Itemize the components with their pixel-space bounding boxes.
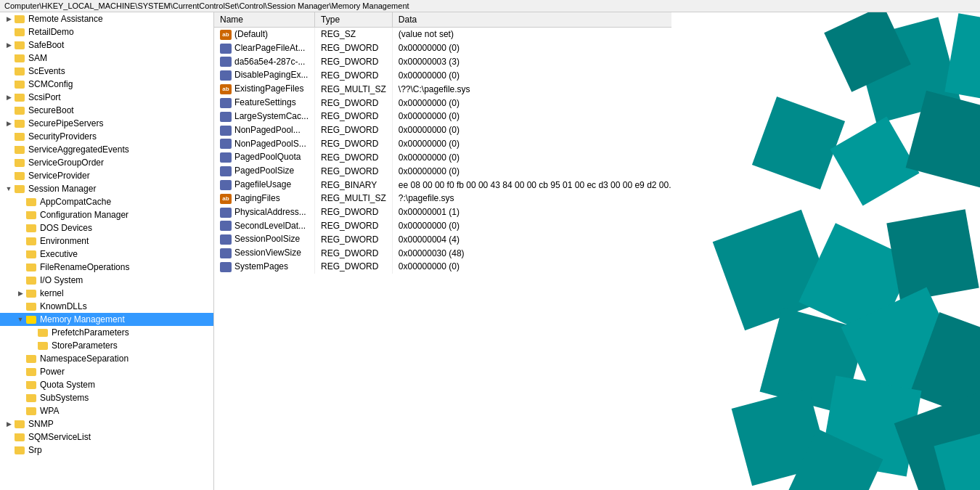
expand-btn[interactable]: ▶ — [15, 287, 26, 299]
expand-btn[interactable] — [15, 301, 26, 312]
tree-item-storeparameters[interactable]: StoreParameters — [0, 339, 213, 352]
expand-btn[interactable] — [3, 52, 15, 64]
tree-item-scsiport[interactable]: ▶ScsiPort — [0, 91, 213, 104]
expand-btn[interactable] — [15, 248, 26, 260]
table-row[interactable]: abPagingFilesREG_MULTI_SZ?:\pagefile.sys — [214, 192, 671, 205]
col-name[interactable]: Name — [214, 12, 315, 28]
expand-btn[interactable] — [3, 26, 15, 38]
expand-btn[interactable] — [3, 65, 15, 77]
col-data[interactable]: Data — [392, 12, 671, 28]
tree-item-appcompatchache[interactable]: AppCompatCache — [0, 195, 213, 208]
cell-name: ClearPageFileAt... — [214, 41, 315, 55]
table-row[interactable]: ClearPageFileAt...REG_DWORD0x00000000 (0… — [214, 41, 671, 55]
expand-btn[interactable]: ▶ — [3, 91, 15, 103]
reg-value-icon — [220, 262, 232, 272]
expand-btn[interactable]: ▶ — [3, 418, 15, 430]
tree-item-filerenameoperations[interactable]: FileRenameOperations — [0, 261, 213, 274]
table-row[interactable]: da56a5e4-287c-...REG_DWORD0x00000003 (3) — [214, 55, 671, 69]
tree-item-environment[interactable]: Environment — [0, 234, 213, 248]
table-row[interactable]: SessionViewSizeREG_DWORD0x00000030 (48) — [214, 246, 671, 260]
table-row[interactable]: PagedPoolSizeREG_DWORD0x00000000 (0) — [214, 164, 671, 178]
expand-btn[interactable] — [15, 235, 26, 247]
cell-type: REG_DWORD — [315, 246, 393, 260]
tree-item-wpa[interactable]: WPA — [0, 404, 213, 417]
tree-item-sqmservicelist[interactable]: SQMServiceList — [0, 430, 213, 444]
expand-btn[interactable] — [15, 261, 26, 273]
tree-item-retaildemo[interactable]: RetailDemo — [0, 25, 213, 38]
reg-value-icon: ab — [220, 84, 232, 94]
expand-btn[interactable]: ▶ — [3, 13, 15, 25]
table-row[interactable]: PagefileUsageREG_BINARYee 08 00 00 f0 fb… — [214, 178, 671, 192]
tree-item-sam[interactable]: SAM — [0, 52, 213, 65]
tree-item-serviceprovider[interactable]: ServiceProvider — [0, 169, 213, 182]
expand-btn[interactable] — [3, 431, 15, 443]
cell-data: (value not set) — [392, 28, 671, 41]
expand-btn[interactable] — [15, 274, 26, 286]
tree-item-kernel[interactable]: ▶kernel — [0, 287, 213, 300]
table-row[interactable]: abExistingPageFilesREG_MULTI_SZ\??\C:\pa… — [214, 82, 671, 96]
tree-item-srp[interactable]: Srp — [0, 444, 213, 457]
tree-item-secureboot[interactable]: SecureBoot — [0, 104, 213, 117]
expand-btn[interactable] — [3, 105, 15, 116]
svg-rect-7 — [799, 223, 914, 338]
expand-btn[interactable] — [26, 327, 38, 338]
expand-btn[interactable]: ▶ — [3, 118, 15, 129]
tree-item-namespaceseparation[interactable]: NamespaceSeparation — [0, 352, 213, 365]
table-row[interactable]: PhysicalAddress...REG_DWORD0x00000001 (1… — [214, 205, 671, 219]
table-row[interactable]: NonPagedPool...REG_DWORD0x00000000 (0) — [214, 123, 671, 137]
table-row[interactable]: FeatureSettingsREG_DWORD0x00000000 (0) — [214, 96, 671, 110]
expand-btn[interactable] — [15, 196, 26, 208]
expand-btn[interactable] — [15, 366, 26, 377]
col-type[interactable]: Type — [315, 12, 393, 28]
tree-item-label: NamespaceSeparation — [40, 354, 128, 364]
tree-item-session-manager[interactable]: ▼Session Manager — [0, 182, 213, 195]
table-row[interactable]: DisablePagingEx...REG_DWORD0x00000000 (0… — [214, 68, 671, 82]
tree-item-servicegrouporder[interactable]: ServiceGroupOrder — [0, 156, 213, 169]
tree-item-scevents[interactable]: ScEvents — [0, 65, 213, 78]
expand-btn[interactable] — [15, 405, 26, 417]
tree-item-executive[interactable]: Executive — [0, 248, 213, 261]
expand-btn[interactable] — [3, 157, 15, 168]
tree-item-dos-devices[interactable]: DOS Devices — [0, 221, 213, 234]
tree-item-remote-assistance[interactable]: ▶Remote Assistance — [0, 12, 213, 25]
expand-btn[interactable] — [15, 392, 26, 404]
expand-btn[interactable] — [26, 340, 38, 351]
cell-type: REG_DWORD — [315, 123, 393, 137]
tree-item-prefetchparameters[interactable]: PrefetchParameters — [0, 326, 213, 339]
tree-item-safeboot[interactable]: ▶SafeBoot — [0, 38, 213, 52]
expand-btn[interactable]: ▼ — [15, 314, 26, 325]
expand-btn[interactable] — [15, 353, 26, 364]
table-row[interactable]: ab(Default)REG_SZ(value not set) — [214, 28, 671, 41]
tree-item-serviceaggregatedevents[interactable]: ServiceAggregatedEvents — [0, 143, 213, 156]
expand-btn[interactable] — [3, 78, 15, 90]
tree-item-snmp[interactable]: ▶SNMP — [0, 417, 213, 430]
expand-btn[interactable] — [15, 222, 26, 234]
expand-btn[interactable] — [15, 209, 26, 221]
tree-item-configuration-manager[interactable]: Configuration Manager — [0, 208, 213, 221]
tree-item-quota-system[interactable]: Quota System — [0, 378, 213, 391]
expand-btn[interactable] — [3, 131, 15, 142]
tree-item-memory-management[interactable]: ▼Memory Management — [0, 313, 213, 326]
expand-btn[interactable] — [15, 379, 26, 391]
tree-item-scmconfig[interactable]: SCMConfig — [0, 78, 213, 91]
tree-item-io-system[interactable]: I/O System — [0, 274, 213, 287]
expand-btn[interactable] — [3, 144, 15, 155]
expand-btn[interactable] — [3, 170, 15, 181]
table-row[interactable]: SecondLevelDat...REG_DWORD0x00000000 (0) — [214, 219, 671, 233]
tree-item-power[interactable]: Power — [0, 365, 213, 378]
tree-item-knowndlls[interactable]: KnownDLLs — [0, 300, 213, 313]
table-row[interactable]: NonPagedPoolS...REG_DWORD0x00000000 (0) — [214, 137, 671, 151]
tree-item-securepipeservers[interactable]: ▶SecurePipeServers — [0, 117, 213, 130]
table-row[interactable]: SessionPoolSizeREG_DWORD0x00000004 (4) — [214, 232, 671, 246]
table-row[interactable]: SystemPagesREG_DWORD0x00000000 (0) — [214, 260, 671, 274]
cell-name: FeatureSettings — [214, 96, 315, 110]
tree-item-securityproviders[interactable]: SecurityProviders — [0, 130, 213, 143]
table-row[interactable]: PagedPoolQuotaREG_DWORD0x00000000 (0) — [214, 150, 671, 164]
expand-btn[interactable]: ▼ — [3, 183, 15, 195]
table-row[interactable]: LargeSystemCac...REG_DWORD0x00000000 (0) — [214, 110, 671, 123]
tree-item-label: AppCompatCache — [40, 197, 111, 207]
expand-btn[interactable]: ▶ — [3, 39, 15, 51]
expand-btn[interactable] — [3, 444, 15, 456]
cell-name: PagefileUsage — [214, 178, 315, 192]
tree-item-subsystems[interactable]: SubSystems — [0, 391, 213, 404]
